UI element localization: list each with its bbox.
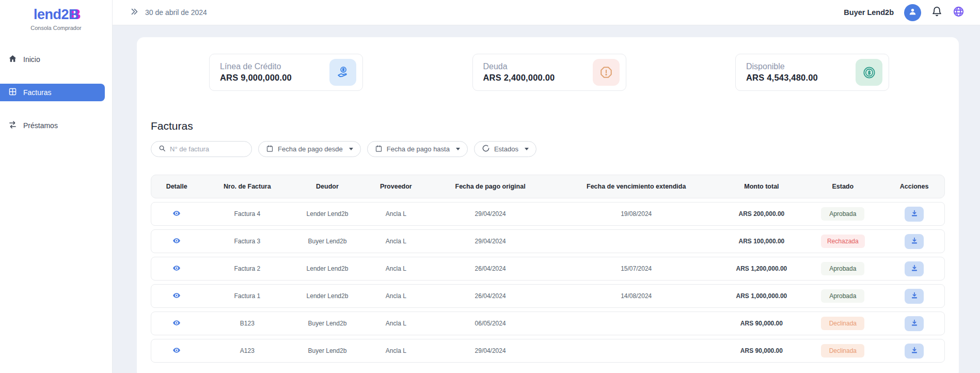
loader-circle-icon [482,144,490,154]
eye-icon [172,346,181,356]
available-card: Disponible ARS 4,543,480.00 [735,54,889,91]
download-icon [910,237,919,246]
eye-icon [172,291,181,301]
transfer-icon [8,120,17,131]
column-header: Fecha de vencimiento extendida [551,183,721,190]
sidebar-item-prestamos[interactable]: Préstamos [0,117,112,134]
download-button[interactable] [905,234,924,249]
content-panel: Línea de Crédito ARS 9,000,000.00 Deuda … [137,37,959,373]
notifications-button[interactable] [931,6,942,19]
eye-icon [172,264,181,274]
summary-cards: Línea de Crédito ARS 9,000,000.00 Deuda … [151,54,945,91]
original-payment-date: 06/05/2024 [430,320,551,327]
status-badge: Aprobada [821,207,864,221]
invoice-number: A123 [202,347,292,354]
total-amount: ARS 100,000.00 [721,238,801,245]
view-detail-button[interactable] [172,264,181,274]
download-button[interactable] [905,207,924,222]
eye-icon [172,209,181,219]
provider-name: Ancla L [362,265,430,272]
debtor-name: Lender Lend2b [292,265,362,272]
download-button[interactable] [905,344,924,359]
sidebar-collapse-button[interactable] [130,7,139,18]
bell-icon [931,6,942,19]
status-badge: Declinada [821,317,864,330]
view-detail-button[interactable] [172,209,181,219]
download-icon [910,319,919,329]
status-badge: Rechazada [821,235,865,248]
sidebar: lend2B Consola Comprador Inicio Facturas [0,0,113,373]
column-header: Estado [801,183,884,190]
status-badge: Aprobada [821,262,864,275]
download-button[interactable] [905,289,924,304]
view-detail-button[interactable] [172,319,181,329]
total-amount: ARS 1,000,000.00 [721,292,801,300]
debtor-name: Lender Lend2b [292,292,362,300]
status-filter[interactable]: Estados [474,141,536,157]
user-name: Buyer Lend2b [844,8,894,17]
logo-main: lend2 [34,7,69,22]
table-header: Detalle Nro. de Factura Deudor Proveedor… [151,175,945,198]
card-label: Deuda [483,62,555,71]
logo-text: lend2B [5,7,107,23]
table-row: Factura 3 Buyer Lend2b Ancla L 29/04/202… [151,229,945,253]
table-row: Factura 1 Lender Lend2b Ancla L 26/04/20… [151,284,945,308]
original-payment-date: 29/04/2024 [430,238,551,245]
extended-due-date: 15/07/2024 [551,265,721,272]
original-payment-date: 26/04/2024 [430,265,551,272]
app-root: lend2B Consola Comprador Inicio Facturas [0,0,980,373]
debt-card: Deuda ARS 2,400,000.00 [472,54,626,91]
search-input[interactable] [170,145,242,153]
eye-icon [172,319,181,329]
download-icon [910,291,919,301]
language-button[interactable] [953,6,965,19]
total-amount: ARS 90,000.00 [721,347,801,354]
double-chevron-icon [130,7,139,18]
sidebar-item-label: Préstamos [23,121,58,130]
filter-label: Fecha de pago hasta [387,145,450,153]
extended-due-date: 19/08/2024 [551,210,721,217]
debtor-name: Buyer Lend2b [292,320,362,327]
filter-label: Estados [494,145,518,153]
main-content: Línea de Crédito ARS 9,000,000.00 Deuda … [113,25,980,373]
sidebar-item-inicio[interactable]: Inicio [0,51,112,68]
current-date: 30 de abril de 2024 [145,8,207,17]
download-icon [910,346,919,356]
provider-name: Ancla L [362,320,430,327]
invoice-number: Factura 4 [202,210,292,217]
debtor-name: Buyer Lend2b [292,238,362,245]
original-payment-date: 29/04/2024 [430,210,551,217]
page-title: Facturas [151,120,945,132]
sidebar-nav: Inicio Facturas Préstamos [0,51,112,134]
view-detail-button[interactable] [172,291,181,301]
invoice-number: Factura 1 [202,292,292,300]
status-badge: Declinada [821,344,864,358]
sidebar-item-label: Facturas [23,88,51,97]
sidebar-item-facturas[interactable]: Facturas [0,84,105,101]
alert-octagon-icon [593,59,620,86]
original-payment-date: 26/04/2024 [430,292,551,300]
column-header: Detalle [151,183,202,190]
status-badge: Aprobada [821,289,864,303]
filter-label: Fecha de pago desde [278,145,343,153]
column-header: Nro. de Factura [202,183,292,190]
download-button[interactable] [905,261,924,276]
home-icon [8,54,17,65]
column-header: Proveedor [362,183,430,190]
date-to-filter[interactable]: Fecha de pago hasta [367,141,468,157]
view-detail-button[interactable] [172,346,181,356]
chevron-down-icon [456,148,460,150]
logo-accent: B [69,7,78,22]
user-avatar[interactable] [904,4,921,21]
column-header: Fecha de pago original [430,183,551,190]
date-from-filter[interactable]: Fecha de pago desde [258,141,361,157]
total-amount: ARS 1,200,000.00 [721,265,801,272]
card-value: ARS 2,400,000.00 [483,73,555,83]
table-row: Factura 4 Lender Lend2b Ancla L 29/04/20… [151,202,945,226]
download-button[interactable] [905,316,924,331]
table-row: A123 Buyer Lend2b Ancla L 29/04/2024 ARS… [151,339,945,363]
view-detail-button[interactable] [172,237,181,246]
filters-bar: Fecha de pago desde Fecha de pago hasta [151,141,945,157]
provider-name: Ancla L [362,238,430,245]
card-value: ARS 4,543,480.00 [746,73,818,83]
